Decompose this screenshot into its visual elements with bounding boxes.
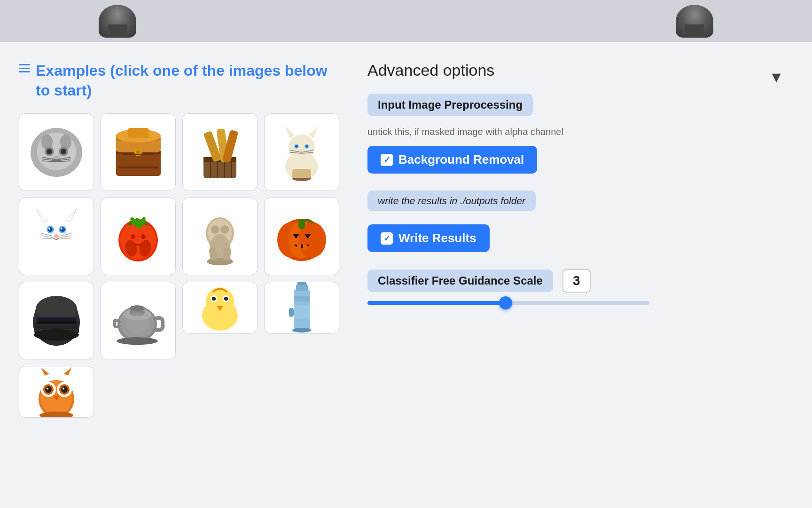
svg-point-116 bbox=[226, 305, 237, 322]
top-thumbnail-right bbox=[671, 2, 718, 40]
svg-point-74 bbox=[141, 234, 146, 239]
list-item[interactable] bbox=[182, 113, 258, 191]
svg-rect-91 bbox=[297, 245, 301, 250]
advanced-options-title: Advanced options bbox=[367, 61, 494, 79]
preprocessing-section: Input Image Preprocessing untick this, i… bbox=[367, 94, 784, 174]
svg-marker-36 bbox=[285, 127, 295, 138]
svg-point-56 bbox=[60, 227, 65, 232]
background-removal-check-icon bbox=[381, 154, 393, 166]
svg-point-112 bbox=[212, 297, 216, 301]
list-item[interactable] bbox=[101, 198, 176, 275]
svg-point-58 bbox=[61, 228, 62, 230]
list-item[interactable] bbox=[264, 113, 339, 191]
main-container: Examples (click one of the images below … bbox=[0, 42, 812, 448]
svg-marker-51 bbox=[37, 209, 47, 222]
svg-point-106 bbox=[117, 337, 158, 345]
list-item[interactable] bbox=[19, 282, 94, 359]
svg-point-113 bbox=[224, 297, 228, 301]
svg-point-6 bbox=[47, 149, 52, 154]
list-item[interactable] bbox=[19, 366, 94, 418]
tomato-character-image bbox=[101, 198, 175, 275]
slider-track bbox=[367, 301, 649, 305]
svg-marker-135 bbox=[41, 367, 49, 375]
svg-point-35 bbox=[289, 135, 315, 161]
left-panel: Examples (click one of the images below … bbox=[9, 56, 349, 448]
svg-rect-92 bbox=[303, 245, 307, 250]
svg-rect-20 bbox=[128, 128, 149, 138]
hamburger-line-3 bbox=[19, 71, 30, 72]
write-results-label: Write Results bbox=[398, 231, 476, 246]
svg-point-57 bbox=[48, 228, 50, 230]
preprocessing-description: untick this, if masked image with alpha … bbox=[367, 127, 784, 137]
hamburger-icon bbox=[19, 64, 30, 72]
hamburger-line-1 bbox=[19, 64, 30, 65]
svg-marker-52 bbox=[66, 209, 77, 222]
guidance-scale-section: Classifier Free Guidance Scale 3 bbox=[367, 269, 784, 305]
scale-row: Classifier Free Guidance Scale 3 bbox=[367, 269, 784, 293]
preprocessing-label: Input Image Preprocessing bbox=[367, 94, 533, 116]
slider-fill bbox=[367, 301, 506, 305]
list-item[interactable] bbox=[19, 198, 94, 275]
svg-point-133 bbox=[62, 388, 64, 389]
svg-rect-120 bbox=[289, 308, 294, 317]
right-panel: Advanced options ▼ Input Image Preproces… bbox=[349, 56, 803, 448]
cat-figurine-image bbox=[265, 114, 339, 190]
background-removal-button[interactable]: Background Removal bbox=[367, 146, 537, 174]
svg-point-123 bbox=[292, 328, 311, 333]
svg-rect-97 bbox=[37, 318, 77, 321]
svg-rect-121 bbox=[294, 296, 310, 302]
svg-marker-37 bbox=[309, 127, 318, 138]
bread-basket-image bbox=[183, 114, 257, 190]
svg-point-107 bbox=[125, 313, 149, 333]
svg-point-7 bbox=[61, 149, 66, 154]
background-removal-label: Background Removal bbox=[398, 152, 524, 167]
pumpkin-image bbox=[265, 198, 339, 275]
treasure-chest-image bbox=[101, 114, 175, 190]
svg-rect-23 bbox=[118, 167, 158, 168]
svg-rect-48 bbox=[292, 169, 311, 178]
svg-point-77 bbox=[211, 225, 219, 234]
svg-point-59 bbox=[54, 234, 59, 238]
top-thumbnail-left bbox=[94, 2, 141, 40]
mushroom-right-icon bbox=[676, 5, 713, 38]
svg-point-105 bbox=[130, 305, 145, 311]
list-item[interactable] bbox=[101, 113, 176, 191]
svg-rect-118 bbox=[296, 284, 308, 291]
chick-character-image bbox=[183, 282, 257, 333]
chevron-icon[interactable]: ▼ bbox=[769, 69, 784, 86]
helmet-image bbox=[19, 282, 94, 359]
top-bar bbox=[0, 0, 812, 42]
svg-rect-24 bbox=[123, 154, 154, 155]
svg-point-41 bbox=[305, 145, 308, 148]
cat-cartoon-image bbox=[19, 198, 94, 275]
svg-point-78 bbox=[220, 225, 229, 234]
svg-point-115 bbox=[203, 305, 214, 322]
guidance-scale-value: 3 bbox=[562, 269, 591, 293]
list-item[interactable] bbox=[182, 198, 258, 275]
list-item[interactable] bbox=[101, 282, 176, 359]
svg-point-73 bbox=[131, 234, 135, 239]
svg-point-40 bbox=[295, 145, 298, 148]
guidance-scale-slider-container bbox=[367, 301, 649, 305]
section-header: Examples (click one of the images below … bbox=[19, 61, 339, 100]
list-item[interactable] bbox=[19, 113, 94, 191]
svg-point-130 bbox=[45, 386, 52, 393]
image-grid bbox=[19, 113, 339, 444]
guidance-scale-label: Classifier Free Guidance Scale bbox=[367, 270, 553, 292]
write-results-button[interactable]: Write Results bbox=[367, 224, 490, 252]
svg-rect-122 bbox=[294, 305, 310, 319]
tiger-mask-image bbox=[19, 114, 94, 190]
svg-point-100 bbox=[34, 329, 79, 341]
list-item[interactable] bbox=[264, 282, 339, 333]
svg-point-55 bbox=[48, 227, 53, 232]
mushroom-left-icon bbox=[99, 5, 136, 38]
write-results-section: write the results in ./outputs folder Wr… bbox=[367, 190, 784, 252]
write-results-description: write the results in ./outputs folder bbox=[367, 190, 536, 211]
slider-thumb[interactable] bbox=[499, 296, 512, 310]
svg-marker-136 bbox=[63, 367, 72, 375]
examples-title: Examples (click one of the images below … bbox=[36, 61, 339, 100]
stone-figurine-image bbox=[183, 198, 257, 275]
list-item[interactable] bbox=[264, 198, 339, 275]
svg-rect-99 bbox=[35, 325, 78, 329]
list-item[interactable] bbox=[182, 282, 258, 333]
